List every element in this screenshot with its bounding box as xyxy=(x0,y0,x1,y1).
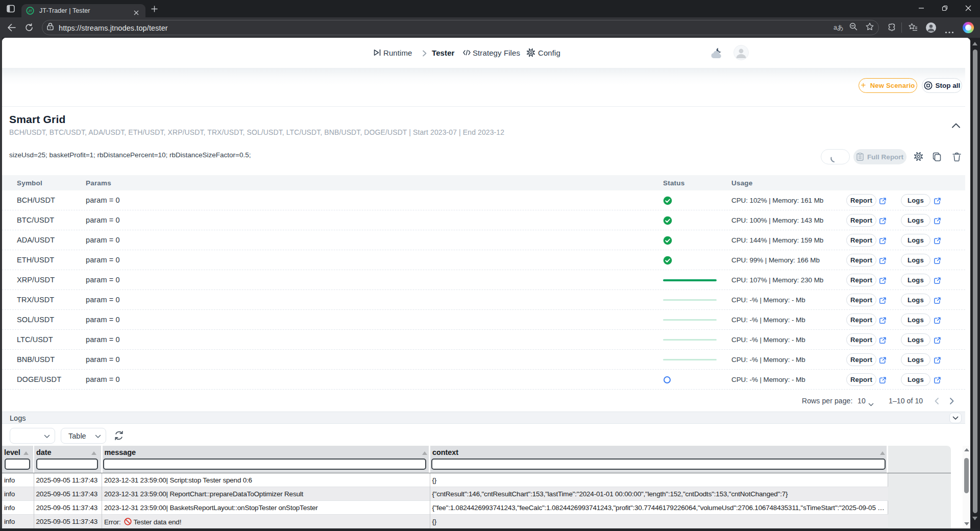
window-close-icon[interactable] xyxy=(957,0,980,16)
report-button[interactable]: Report xyxy=(846,254,876,267)
logs-refresh-icon[interactable] xyxy=(114,430,124,443)
window-minimize-icon[interactable] xyxy=(910,0,933,16)
logs-scroll-down-icon[interactable] xyxy=(964,522,969,525)
report-button[interactable]: Report xyxy=(846,333,876,346)
report-external-icon[interactable] xyxy=(879,237,886,244)
report-button[interactable]: Report xyxy=(846,214,876,227)
grid-header-message[interactable]: message xyxy=(103,446,429,473)
context-filter-input[interactable] xyxy=(431,458,886,470)
nav-item-config[interactable]: Config xyxy=(538,49,560,57)
favorite-star-icon[interactable] xyxy=(866,22,874,33)
scroll-up-icon[interactable] xyxy=(972,42,977,45)
report-button[interactable]: Report xyxy=(846,194,876,207)
stop-all-button[interactable]: Stop all xyxy=(922,78,962,93)
browser-profile-avatar[interactable] xyxy=(926,22,936,33)
report-external-icon[interactable] xyxy=(879,317,886,323)
translate-icon[interactable]: aあ xyxy=(834,23,844,32)
logs-external-icon[interactable] xyxy=(934,197,941,204)
window-restore-icon[interactable] xyxy=(933,0,957,16)
nav-item-runtime[interactable]: Runtime xyxy=(383,49,412,57)
log-row[interactable]: info2025-09-05 11:37:432023-12-31 23:59:… xyxy=(2,487,888,501)
delete-trash-icon[interactable] xyxy=(952,152,961,161)
log-row[interactable]: info2025-09-05 11:37:432023-12-31 23:59:… xyxy=(2,501,888,515)
logs-external-icon[interactable] xyxy=(934,217,941,224)
report-button[interactable]: Report xyxy=(846,274,876,286)
logs-button[interactable]: Logs xyxy=(901,353,930,366)
scroll-down-icon[interactable] xyxy=(972,517,977,520)
logs-external-icon[interactable] xyxy=(934,277,941,283)
date-filter-input[interactable] xyxy=(36,458,99,470)
logs-scrollbar-thumb[interactable] xyxy=(964,458,969,493)
report-external-icon[interactable] xyxy=(879,297,886,303)
report-button[interactable]: Report xyxy=(846,294,876,306)
log-level-select[interactable] xyxy=(10,428,55,444)
theme-toggle-icon[interactable] xyxy=(710,47,723,61)
sort-asc-icon[interactable] xyxy=(422,451,427,455)
copy-icon[interactable] xyxy=(933,152,941,161)
back-icon[interactable] xyxy=(7,23,16,34)
user-avatar[interactable] xyxy=(733,45,749,60)
logs-external-icon[interactable] xyxy=(934,237,941,244)
rows-per-page-value[interactable]: 10 xyxy=(857,397,866,405)
report-external-icon[interactable] xyxy=(879,217,886,224)
logs-button[interactable]: Logs xyxy=(901,194,930,207)
report-button[interactable]: Report xyxy=(846,234,876,247)
copilot-icon[interactable] xyxy=(963,22,974,33)
browser-menu-icon[interactable] xyxy=(945,27,954,36)
grid-header-date[interactable]: date xyxy=(34,446,101,473)
scenario-loading-pill[interactable] xyxy=(821,149,850,164)
lock-icon[interactable] xyxy=(47,22,54,32)
report-button[interactable]: Report xyxy=(846,373,876,386)
log-row[interactable]: info2025-09-05 11:37:43Error:Tester data… xyxy=(2,515,888,528)
full-report-button[interactable]: Full Report xyxy=(853,149,906,164)
logs-button[interactable]: Logs xyxy=(901,373,930,386)
new-scenario-button[interactable]: + New Scenario xyxy=(859,78,917,93)
level-filter-input[interactable] xyxy=(5,458,30,470)
nav-item-tester[interactable]: Tester xyxy=(432,49,455,57)
report-external-icon[interactable] xyxy=(879,336,886,343)
logs-button[interactable]: Logs xyxy=(901,274,930,286)
address-bar[interactable]: https://streams.jtnodes.top/tester aあ xyxy=(42,20,879,35)
report-external-icon[interactable] xyxy=(879,356,886,363)
logs-button[interactable]: Logs xyxy=(901,333,930,346)
logs-button[interactable]: Logs xyxy=(901,254,930,267)
grid-header-context[interactable]: context xyxy=(430,446,887,473)
rows-per-page-chevron-icon[interactable] xyxy=(868,399,874,408)
tab-close-icon[interactable] xyxy=(134,8,139,17)
report-button[interactable]: Report xyxy=(846,353,876,366)
grid-header-level[interactable]: level xyxy=(2,446,33,473)
logs-toggle-button[interactable] xyxy=(949,413,962,423)
browser-tab[interactable]: JT JT-Trader | Tester xyxy=(21,4,145,17)
report-external-icon[interactable] xyxy=(879,376,886,383)
logs-external-icon[interactable] xyxy=(934,356,941,363)
log-row[interactable]: info2025-09-05 11:37:432023-12-31 23:59:… xyxy=(2,473,888,487)
sort-asc-icon[interactable] xyxy=(880,451,885,455)
next-page-icon[interactable] xyxy=(949,397,954,407)
report-external-icon[interactable] xyxy=(879,257,886,263)
page-scrollbar[interactable] xyxy=(970,38,980,528)
page-scrollbar-thumb[interactable] xyxy=(973,50,977,513)
report-external-icon[interactable] xyxy=(879,197,886,204)
refresh-icon[interactable] xyxy=(25,23,33,34)
nav-item-strategy-files[interactable]: Strategy Files xyxy=(473,49,520,57)
logs-button[interactable]: Logs xyxy=(901,313,930,326)
sort-asc-icon[interactable] xyxy=(91,451,96,455)
logs-button[interactable]: Logs xyxy=(901,234,930,247)
logs-external-icon[interactable] xyxy=(934,317,941,323)
new-tab-icon[interactable] xyxy=(151,5,158,14)
report-button[interactable]: Report xyxy=(846,313,876,326)
prev-page-icon[interactable] xyxy=(934,397,939,407)
message-filter-input[interactable] xyxy=(103,458,426,470)
logs-external-icon[interactable] xyxy=(934,297,941,303)
logs-accordion-bar[interactable]: Logs xyxy=(2,412,965,424)
report-external-icon[interactable] xyxy=(879,277,886,283)
sort-asc-icon[interactable] xyxy=(23,451,29,455)
zoom-out-icon[interactable] xyxy=(849,22,857,33)
favorites-hub-icon[interactable] xyxy=(909,23,918,34)
log-view-select[interactable]: Table xyxy=(61,428,106,444)
tab-actions-icon[interactable] xyxy=(7,5,15,15)
logs-button[interactable]: Logs xyxy=(901,214,930,227)
logs-button[interactable]: Logs xyxy=(901,294,930,306)
logs-external-icon[interactable] xyxy=(934,376,941,383)
logs-external-icon[interactable] xyxy=(934,257,941,263)
